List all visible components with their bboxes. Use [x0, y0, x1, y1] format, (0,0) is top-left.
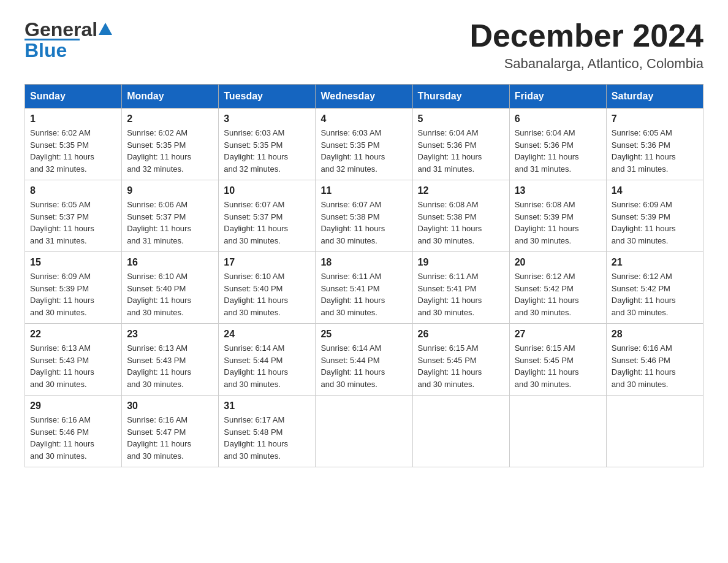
- table-row: 30Sunrise: 6:16 AMSunset: 5:47 PMDayligh…: [122, 396, 219, 467]
- table-row: 7Sunrise: 6:05 AMSunset: 5:36 PMDaylight…: [606, 109, 703, 180]
- day-info: Sunrise: 6:10 AMSunset: 5:40 PMDaylight:…: [127, 270, 213, 318]
- day-number: 6: [515, 113, 601, 124]
- day-number: 1: [30, 113, 116, 124]
- table-row: [606, 396, 703, 467]
- day-info: Sunrise: 6:08 AMSunset: 5:39 PMDaylight:…: [515, 199, 601, 247]
- day-info: Sunrise: 6:07 AMSunset: 5:37 PMDaylight:…: [224, 199, 310, 247]
- svg-marker-0: [99, 23, 112, 35]
- day-info: Sunrise: 6:13 AMSunset: 5:43 PMDaylight:…: [127, 342, 213, 390]
- table-row: 8Sunrise: 6:05 AMSunset: 5:37 PMDaylight…: [25, 180, 122, 252]
- day-info: Sunrise: 6:09 AMSunset: 5:39 PMDaylight:…: [612, 199, 698, 247]
- day-info: Sunrise: 6:16 AMSunset: 5:46 PMDaylight:…: [30, 414, 116, 462]
- day-number: 24: [224, 329, 310, 340]
- logo-general-text: General: [25, 18, 97, 41]
- day-info: Sunrise: 6:14 AMSunset: 5:44 PMDaylight:…: [224, 342, 310, 390]
- day-info: Sunrise: 6:07 AMSunset: 5:38 PMDaylight:…: [320, 199, 407, 247]
- day-number: 16: [127, 257, 213, 268]
- table-row: 18Sunrise: 6:11 AMSunset: 5:41 PMDayligh…: [316, 252, 412, 324]
- day-info: Sunrise: 6:02 AMSunset: 5:35 PMDaylight:…: [127, 127, 213, 175]
- day-number: 3: [224, 113, 310, 124]
- day-number: 26: [418, 329, 504, 340]
- day-info: Sunrise: 6:15 AMSunset: 5:45 PMDaylight:…: [515, 342, 601, 390]
- calendar-header-row: Sunday Monday Tuesday Wednesday Thursday…: [25, 85, 703, 109]
- day-number: 8: [30, 185, 116, 196]
- day-number: 31: [224, 400, 310, 412]
- day-info: Sunrise: 6:09 AMSunset: 5:39 PMDaylight:…: [30, 270, 116, 318]
- day-info: Sunrise: 6:10 AMSunset: 5:40 PMDaylight:…: [224, 270, 310, 318]
- day-number: 23: [127, 329, 213, 340]
- day-number: 12: [418, 185, 504, 196]
- day-info: Sunrise: 6:03 AMSunset: 5:35 PMDaylight:…: [320, 127, 407, 175]
- day-number: 19: [418, 257, 504, 268]
- day-number: 11: [320, 185, 407, 196]
- day-info: Sunrise: 6:06 AMSunset: 5:37 PMDaylight:…: [127, 199, 213, 247]
- table-row: [509, 396, 606, 467]
- day-info: Sunrise: 6:15 AMSunset: 5:45 PMDaylight:…: [418, 342, 504, 390]
- day-number: 27: [515, 329, 601, 340]
- calendar-title-area: December 2024 Sabanalarga, Atlantico, Co…: [469, 18, 703, 72]
- day-number: 22: [30, 329, 116, 340]
- day-number: 17: [224, 257, 310, 268]
- table-row: 23Sunrise: 6:13 AMSunset: 5:43 PMDayligh…: [122, 324, 219, 396]
- day-info: Sunrise: 6:02 AMSunset: 5:35 PMDaylight:…: [30, 127, 116, 175]
- day-number: 30: [127, 400, 213, 412]
- table-row: 5Sunrise: 6:04 AMSunset: 5:36 PMDaylight…: [412, 109, 509, 180]
- day-number: 10: [224, 185, 310, 196]
- table-row: 19Sunrise: 6:11 AMSunset: 5:41 PMDayligh…: [412, 252, 509, 324]
- table-row: 10Sunrise: 6:07 AMSunset: 5:37 PMDayligh…: [219, 180, 316, 252]
- day-info: Sunrise: 6:04 AMSunset: 5:36 PMDaylight:…: [418, 127, 504, 175]
- col-wednesday: Wednesday: [316, 85, 412, 109]
- col-saturday: Saturday: [606, 85, 703, 109]
- page-header: General Blue December 2024 Sabanalarga, …: [25, 18, 703, 72]
- table-row: 24Sunrise: 6:14 AMSunset: 5:44 PMDayligh…: [219, 324, 316, 396]
- table-row: 22Sunrise: 6:13 AMSunset: 5:43 PMDayligh…: [25, 324, 122, 396]
- day-number: 4: [320, 113, 407, 124]
- day-number: 5: [418, 113, 504, 124]
- table-row: 26Sunrise: 6:15 AMSunset: 5:45 PMDayligh…: [412, 324, 509, 396]
- calendar-week-3: 15Sunrise: 6:09 AMSunset: 5:39 PMDayligh…: [25, 252, 703, 324]
- day-info: Sunrise: 6:16 AMSunset: 5:46 PMDaylight:…: [612, 342, 698, 390]
- day-info: Sunrise: 6:14 AMSunset: 5:44 PMDaylight:…: [320, 342, 407, 390]
- table-row: 27Sunrise: 6:15 AMSunset: 5:45 PMDayligh…: [509, 324, 606, 396]
- table-row: [412, 396, 509, 467]
- day-info: Sunrise: 6:11 AMSunset: 5:41 PMDaylight:…: [418, 270, 504, 318]
- day-info: Sunrise: 6:16 AMSunset: 5:47 PMDaylight:…: [127, 414, 213, 462]
- location-subtitle: Sabanalarga, Atlantico, Colombia: [469, 56, 703, 72]
- table-row: 14Sunrise: 6:09 AMSunset: 5:39 PMDayligh…: [606, 180, 703, 252]
- table-row: 16Sunrise: 6:10 AMSunset: 5:40 PMDayligh…: [122, 252, 219, 324]
- table-row: 11Sunrise: 6:07 AMSunset: 5:38 PMDayligh…: [316, 180, 412, 252]
- calendar-week-5: 29Sunrise: 6:16 AMSunset: 5:46 PMDayligh…: [25, 396, 703, 467]
- calendar-week-1: 1Sunrise: 6:02 AMSunset: 5:35 PMDaylight…: [25, 109, 703, 180]
- table-row: 17Sunrise: 6:10 AMSunset: 5:40 PMDayligh…: [219, 252, 316, 324]
- table-row: 28Sunrise: 6:16 AMSunset: 5:46 PMDayligh…: [606, 324, 703, 396]
- day-number: 28: [612, 329, 698, 340]
- day-info: Sunrise: 6:04 AMSunset: 5:36 PMDaylight:…: [515, 127, 601, 175]
- calendar-table: Sunday Monday Tuesday Wednesday Thursday…: [25, 84, 703, 467]
- col-sunday: Sunday: [25, 85, 122, 109]
- day-number: 14: [612, 185, 698, 196]
- day-number: 7: [612, 113, 698, 124]
- day-info: Sunrise: 6:05 AMSunset: 5:37 PMDaylight:…: [30, 199, 116, 247]
- table-row: 31Sunrise: 6:17 AMSunset: 5:48 PMDayligh…: [219, 396, 316, 467]
- table-row: 6Sunrise: 6:04 AMSunset: 5:36 PMDaylight…: [509, 109, 606, 180]
- col-monday: Monday: [122, 85, 219, 109]
- table-row: 25Sunrise: 6:14 AMSunset: 5:44 PMDayligh…: [316, 324, 412, 396]
- table-row: 9Sunrise: 6:06 AMSunset: 5:37 PMDaylight…: [122, 180, 219, 252]
- day-info: Sunrise: 6:13 AMSunset: 5:43 PMDaylight:…: [30, 342, 116, 390]
- table-row: 13Sunrise: 6:08 AMSunset: 5:39 PMDayligh…: [509, 180, 606, 252]
- col-tuesday: Tuesday: [219, 85, 316, 109]
- logo-blue-text: Blue: [25, 39, 67, 61]
- calendar-week-2: 8Sunrise: 6:05 AMSunset: 5:37 PMDaylight…: [25, 180, 703, 252]
- col-thursday: Thursday: [412, 85, 509, 109]
- logo: General Blue: [25, 18, 112, 62]
- table-row: 15Sunrise: 6:09 AMSunset: 5:39 PMDayligh…: [25, 252, 122, 324]
- table-row: 20Sunrise: 6:12 AMSunset: 5:42 PMDayligh…: [509, 252, 606, 324]
- day-number: 9: [127, 185, 213, 196]
- table-row: [316, 396, 412, 467]
- day-info: Sunrise: 6:12 AMSunset: 5:42 PMDaylight:…: [515, 270, 601, 318]
- day-info: Sunrise: 6:17 AMSunset: 5:48 PMDaylight:…: [224, 414, 310, 462]
- day-info: Sunrise: 6:08 AMSunset: 5:38 PMDaylight:…: [418, 199, 504, 247]
- day-info: Sunrise: 6:03 AMSunset: 5:35 PMDaylight:…: [224, 127, 310, 175]
- day-number: 15: [30, 257, 116, 268]
- table-row: 21Sunrise: 6:12 AMSunset: 5:42 PMDayligh…: [606, 252, 703, 324]
